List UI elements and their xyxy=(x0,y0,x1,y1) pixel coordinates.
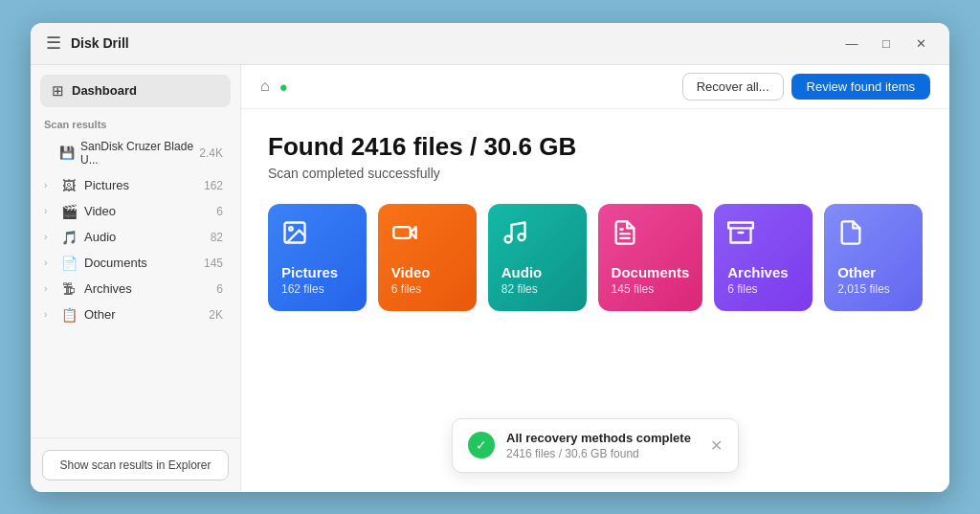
titlebar-left: ☰ Disk Drill xyxy=(46,33,838,54)
pictures-icon: 🖼 xyxy=(59,178,78,193)
card-count: 6 files xyxy=(727,282,788,296)
card-info: Documents 145 files xyxy=(612,264,690,296)
card-documents[interactable]: Documents 145 files xyxy=(598,204,703,311)
card-audio[interactable]: Audio 82 files xyxy=(488,204,587,311)
sidebar-item-video[interactable]: › 🎬 Video 6 xyxy=(36,199,234,224)
found-files-title: Found 2416 files / 30.6 GB xyxy=(268,132,923,162)
file-type-cards-grid: Pictures 162 files Video 6 files Audio 8… xyxy=(268,204,923,311)
minimize-button[interactable]: — xyxy=(838,30,865,56)
card-label: Archives xyxy=(727,264,788,280)
chevron-right-icon: › xyxy=(44,180,59,190)
card-label: Pictures xyxy=(281,264,338,280)
titlebar: ☰ Disk Drill — □ ✕ xyxy=(31,23,949,65)
toast-success-icon: ✓ xyxy=(468,432,495,458)
scan-results-section-label: Scan results xyxy=(31,111,240,134)
card-archives[interactable]: Archives 6 files xyxy=(714,204,813,311)
main-content: ⌂ ● Recover all... Review found items Fo… xyxy=(241,65,949,492)
card-video[interactable]: Video 6 files xyxy=(378,204,477,311)
sidebar-item-dashboard[interactable]: ⊞ Dashboard xyxy=(40,75,231,107)
maximize-button[interactable]: □ xyxy=(873,30,900,56)
card-info: Video 6 files xyxy=(391,264,431,296)
drive-icon: 💾 xyxy=(59,145,75,160)
sidebar-item-count: 82 xyxy=(211,231,223,244)
hamburger-icon[interactable]: ☰ xyxy=(46,33,61,54)
card-count: 82 files xyxy=(501,282,543,296)
sidebar-item-documents[interactable]: › 📄 Documents 145 xyxy=(36,251,234,276)
grid-icon: ⊞ xyxy=(52,82,64,100)
sidebar-item-audio[interactable]: › 🎵 Audio 82 xyxy=(36,225,234,250)
sidebar-item-label: Pictures xyxy=(84,178,204,192)
sidebar-items-list: › 🖼 Pictures 162 › 🎬 Video 6 › 🎵 Audio 8… xyxy=(31,172,240,328)
svg-point-4 xyxy=(504,235,511,242)
documents-card-icon xyxy=(612,219,638,253)
sidebar-item-count: 2K xyxy=(209,308,223,322)
documents-icon: 📄 xyxy=(59,256,78,271)
card-info: Archives 6 files xyxy=(727,264,788,296)
chevron-right-icon: › xyxy=(44,309,59,320)
card-info: Pictures 162 files xyxy=(281,264,338,296)
sidebar-item-label: Other xyxy=(84,307,209,322)
card-other[interactable]: Other 2,015 files xyxy=(824,204,923,311)
chevron-right-icon: › xyxy=(44,206,59,216)
titlebar-controls: — □ ✕ xyxy=(838,30,934,56)
toolbar-left: ⌂ ● xyxy=(260,78,671,95)
card-label: Other xyxy=(837,264,890,280)
card-label: Video xyxy=(391,264,431,280)
archives-icon: 🗜 xyxy=(59,281,78,297)
scan-status-text: Scan completed successfully xyxy=(268,166,923,181)
svg-rect-2 xyxy=(393,227,411,238)
app-title: Disk Drill xyxy=(71,35,129,51)
chevron-right-icon: › xyxy=(44,257,59,268)
card-pictures[interactable]: Pictures 162 files xyxy=(268,204,367,311)
chevron-right-icon: › xyxy=(44,283,59,294)
card-label: Documents xyxy=(612,264,690,280)
card-info: Audio 82 files xyxy=(501,264,543,296)
home-icon[interactable]: ⌂ xyxy=(260,78,270,95)
other-card-icon xyxy=(837,219,864,253)
sidebar-item-label: Video xyxy=(84,204,216,218)
card-info: Other 2,015 files xyxy=(837,264,890,296)
check-circle-icon: ● xyxy=(279,78,288,95)
pictures-card-icon xyxy=(281,219,308,253)
main-layout: ⊞ Dashboard Scan results 💾 SanDisk Cruze… xyxy=(31,65,949,492)
toolbar: ⌂ ● Recover all... Review found items xyxy=(241,65,949,109)
toast-text: All recovery methods complete 2416 files… xyxy=(506,431,699,460)
other-icon: 📋 xyxy=(59,307,78,323)
sidebar-item-archives[interactable]: › 🗜 Archives 6 xyxy=(36,277,234,302)
card-label: Audio xyxy=(501,264,543,280)
sidebar-item-pictures[interactable]: › 🖼 Pictures 162 xyxy=(36,173,234,198)
card-count: 162 files xyxy=(281,282,338,296)
audio-icon: 🎵 xyxy=(59,230,78,245)
sidebar-drive-item[interactable]: 💾 SanDisk Cruzer Blade U... 2.4K xyxy=(36,135,234,171)
card-count: 145 files xyxy=(612,282,690,296)
toast-notification: ✓ All recovery methods complete 2416 fil… xyxy=(452,418,739,473)
sidebar-item-label: Documents xyxy=(84,256,204,270)
card-count: 2,015 files xyxy=(837,282,890,296)
sidebar-item-other[interactable]: › 📋 Other 2K xyxy=(36,302,234,327)
sidebar-item-label: Archives xyxy=(84,281,216,296)
content-area: Found 2416 files / 30.6 GB Scan complete… xyxy=(241,109,949,492)
chevron-right-icon: › xyxy=(44,232,59,242)
video-card-icon xyxy=(391,219,418,253)
svg-point-1 xyxy=(289,227,293,231)
toolbar-right: Recover all... Review found items xyxy=(682,73,930,101)
svg-point-5 xyxy=(518,234,524,240)
drive-count: 2.4K xyxy=(199,146,223,160)
drive-label: SanDisk Cruzer Blade U... xyxy=(80,140,199,167)
archives-card-icon xyxy=(727,219,754,253)
recover-all-button[interactable]: Recover all... xyxy=(682,73,784,101)
audio-card-icon xyxy=(501,219,528,253)
close-button[interactable]: ✕ xyxy=(907,30,934,56)
review-found-items-button[interactable]: Review found items xyxy=(791,74,930,100)
show-explorer-button[interactable]: Show scan results in Explorer xyxy=(42,450,229,480)
dashboard-label: Dashboard xyxy=(72,83,137,98)
sidebar: ⊞ Dashboard Scan results 💾 SanDisk Cruze… xyxy=(31,65,241,492)
card-count: 6 files xyxy=(391,282,431,296)
toast-close-button[interactable]: ✕ xyxy=(710,436,723,455)
sidebar-item-count: 145 xyxy=(204,257,223,270)
sidebar-item-count: 162 xyxy=(204,179,223,192)
sidebar-item-count: 6 xyxy=(216,282,223,296)
toast-title: All recovery methods complete xyxy=(506,431,699,445)
app-window: ☰ Disk Drill — □ ✕ ⊞ Dashboard Scan resu… xyxy=(31,23,949,492)
sidebar-item-count: 6 xyxy=(216,205,223,218)
